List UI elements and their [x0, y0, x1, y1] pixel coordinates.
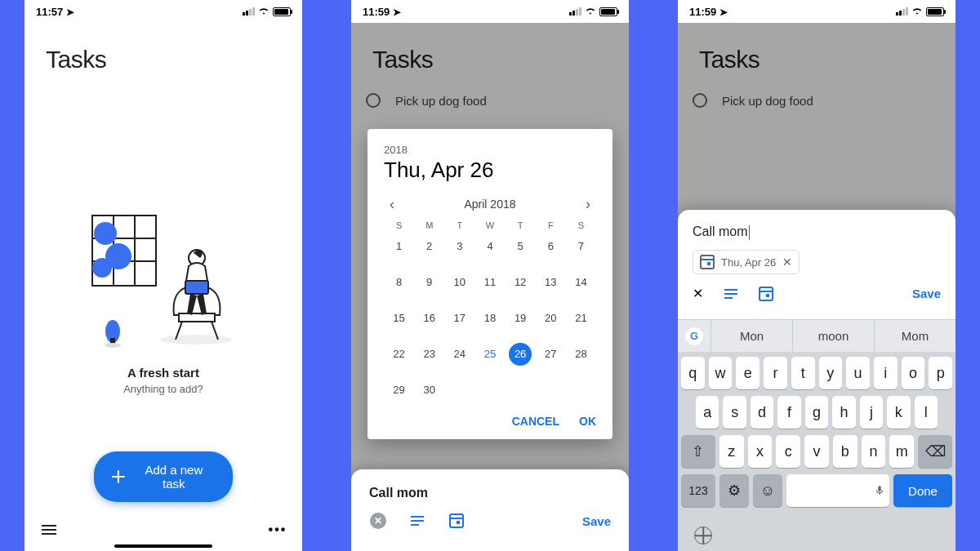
- task-row[interactable]: Pick up dog food: [351, 85, 629, 116]
- key-settings[interactable]: ⚙: [719, 474, 749, 507]
- key-y[interactable]: y: [819, 357, 843, 389]
- day-cell[interactable]: 11: [474, 271, 505, 294]
- task-checkbox[interactable]: [693, 93, 707, 108]
- weekday: W: [474, 220, 505, 230]
- day-cell[interactable]: 1: [384, 235, 414, 258]
- day-cell[interactable]: 6: [536, 235, 566, 258]
- day-cell[interactable]: 23: [414, 343, 444, 366]
- key-v[interactable]: v: [804, 435, 829, 468]
- date-icon[interactable]: [759, 287, 773, 301]
- menu-icon[interactable]: [39, 520, 59, 540]
- weekday: T: [506, 220, 536, 230]
- day-cell[interactable]: 13: [536, 271, 566, 294]
- key-u[interactable]: u: [846, 357, 870, 389]
- location-icon: ➤: [719, 7, 728, 18]
- day-cell[interactable]: 21: [566, 307, 596, 330]
- details-icon[interactable]: [724, 293, 737, 295]
- day-cell[interactable]: 12: [506, 271, 536, 294]
- dismiss-button[interactable]: ✕: [693, 286, 703, 301]
- day-cell[interactable]: 20: [536, 307, 566, 330]
- day-cell[interactable]: 24: [444, 343, 474, 366]
- key-x[interactable]: x: [748, 435, 773, 468]
- task-row[interactable]: Pick up dog food: [678, 85, 956, 116]
- day-cell[interactable]: 22: [384, 343, 414, 366]
- task-label: Pick up dog food: [722, 94, 813, 108]
- key-backspace[interactable]: ⌫: [918, 435, 952, 468]
- day-cell[interactable]: 10: [444, 271, 474, 294]
- key-b[interactable]: b: [833, 435, 858, 468]
- day-cell[interactable]: 30: [414, 379, 444, 402]
- day-cell[interactable]: 16: [414, 307, 444, 330]
- status-bar: 11:57 ➤: [24, 0, 302, 23]
- key-j[interactable]: j: [860, 396, 883, 429]
- save-button[interactable]: Save: [912, 287, 941, 300]
- key-k[interactable]: k: [887, 396, 910, 429]
- globe-icon[interactable]: [694, 527, 712, 544]
- day-cell[interactable]: 28: [566, 343, 596, 366]
- day-cell[interactable]: 4: [474, 235, 505, 258]
- key-l[interactable]: l: [915, 396, 938, 429]
- key-space[interactable]: [786, 474, 889, 507]
- key-m[interactable]: m: [889, 435, 914, 468]
- key-done[interactable]: Done: [893, 474, 952, 507]
- signal-icon: [569, 7, 581, 16]
- day-cell[interactable]: 25: [474, 343, 505, 366]
- date-chip[interactable]: Thu, Apr 26 ✕: [693, 250, 800, 274]
- key-z[interactable]: z: [719, 435, 744, 468]
- suggestion[interactable]: Mon: [710, 320, 792, 352]
- key-t[interactable]: t: [791, 357, 815, 389]
- day-cell[interactable]: 3: [444, 235, 474, 258]
- day-cell[interactable]: 19: [506, 307, 536, 330]
- day-cell[interactable]: 14: [566, 271, 596, 294]
- dismiss-button[interactable]: ✕: [369, 512, 387, 530]
- key-shift[interactable]: ⇧: [681, 435, 715, 468]
- wifi-icon: [585, 6, 596, 17]
- key-c[interactable]: c: [776, 435, 800, 468]
- more-icon[interactable]: •••: [268, 520, 287, 540]
- weekday: S: [384, 220, 414, 230]
- suggestion[interactable]: moon: [792, 320, 874, 352]
- google-icon[interactable]: G: [678, 327, 710, 345]
- prev-month-button[interactable]: ‹: [384, 196, 400, 212]
- key-n[interactable]: n: [862, 435, 886, 468]
- task-title-input[interactable]: Call mom: [369, 486, 611, 500]
- key-q[interactable]: q: [681, 357, 705, 389]
- save-button[interactable]: Save: [582, 514, 611, 528]
- key-o[interactable]: o: [902, 357, 925, 389]
- key-f[interactable]: f: [777, 396, 800, 429]
- key-symbols[interactable]: 123: [681, 474, 715, 507]
- day-cell[interactable]: 29: [384, 379, 414, 402]
- key-w[interactable]: w: [709, 357, 733, 389]
- day-cell[interactable]: 27: [536, 343, 566, 366]
- day-cell[interactable]: 9: [414, 271, 444, 294]
- key-h[interactable]: h: [832, 396, 855, 429]
- ok-button[interactable]: OK: [579, 415, 596, 428]
- key-g[interactable]: g: [805, 396, 828, 429]
- key-e[interactable]: e: [736, 357, 760, 389]
- add-task-button[interactable]: Add a new task: [94, 451, 233, 502]
- day-cell[interactable]: 5: [506, 235, 536, 258]
- day-cell[interactable]: 15: [384, 307, 414, 330]
- key-emoji[interactable]: ☺: [753, 474, 782, 507]
- day-cell[interactable]: 7: [566, 235, 596, 258]
- task-checkbox[interactable]: [366, 93, 381, 108]
- day-cell[interactable]: 2: [414, 235, 444, 258]
- key-r[interactable]: r: [764, 357, 787, 389]
- day-cell[interactable]: 26: [509, 343, 532, 366]
- details-icon[interactable]: [408, 512, 426, 530]
- key-s[interactable]: s: [723, 396, 746, 429]
- task-title-input[interactable]: Call mom: [693, 224, 941, 240]
- next-month-button[interactable]: ›: [580, 196, 596, 212]
- chip-remove-icon[interactable]: ✕: [782, 256, 792, 269]
- suggestion[interactable]: Mom: [874, 320, 956, 352]
- key-a[interactable]: a: [696, 396, 719, 429]
- picker-year[interactable]: 2018: [384, 144, 596, 156]
- day-cell[interactable]: 18: [474, 307, 505, 330]
- key-p[interactable]: p: [929, 357, 952, 389]
- day-cell[interactable]: 17: [444, 307, 474, 330]
- cancel-button[interactable]: CANCEL: [512, 415, 559, 428]
- date-icon[interactable]: [448, 512, 466, 530]
- key-d[interactable]: d: [751, 396, 773, 429]
- key-i[interactable]: i: [874, 357, 898, 389]
- day-cell[interactable]: 8: [384, 271, 414, 294]
